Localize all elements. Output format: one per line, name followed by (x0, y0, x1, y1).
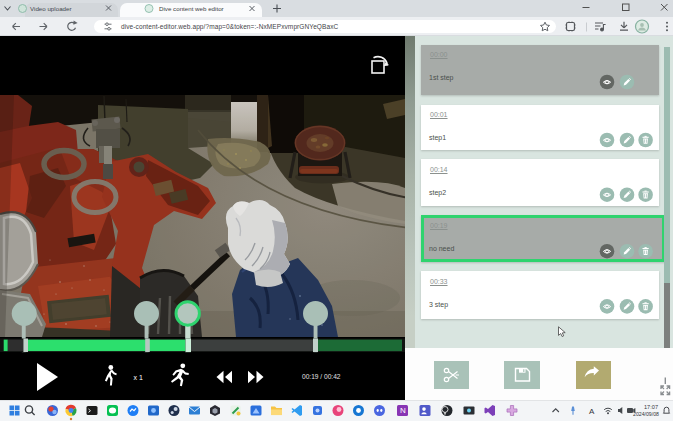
svg-text:x 1: x 1 (134, 374, 143, 381)
svg-text:Video uploader: Video uploader (30, 5, 72, 12)
svg-text:Dive content web editor: Dive content web editor (159, 5, 224, 12)
svg-text:17:07: 17:07 (644, 404, 658, 410)
svg-text:N: N (400, 406, 406, 415)
svg-text:A: A (589, 407, 595, 416)
svg-text:2024/09/08: 2024/09/08 (633, 411, 659, 417)
svg-text:00:19 / 00:42: 00:19 / 00:42 (302, 373, 341, 380)
